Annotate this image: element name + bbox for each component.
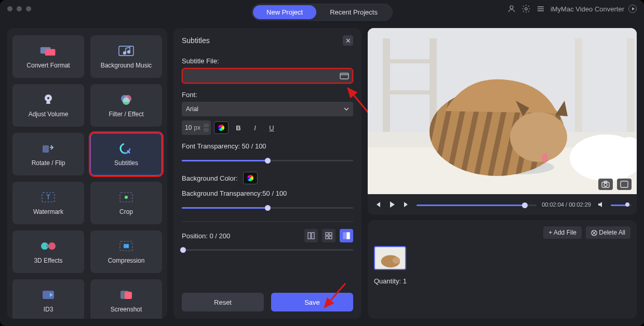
svg-rect-33: [343, 233, 346, 239]
tile-label: Adjust Volume: [29, 111, 69, 118]
tab-new-project[interactable]: New Project: [253, 5, 316, 19]
svg-rect-32: [329, 236, 332, 239]
tile-id3[interactable]: ID3: [12, 279, 84, 319]
tile-label: Screenshot: [111, 306, 142, 313]
compression-icon: [117, 239, 135, 253]
save-button[interactable]: Save: [271, 293, 353, 311]
rotate-icon: [39, 142, 57, 155]
bg-color-swatch[interactable]: [243, 172, 258, 184]
svg-rect-11: [43, 145, 49, 153]
reset-button[interactable]: Reset: [182, 293, 264, 311]
add-file-button[interactable]: + Add File: [543, 226, 582, 239]
svg-rect-44: [383, 90, 437, 94]
tile-crop[interactable]: Crop: [90, 182, 162, 224]
tile-screenshot[interactable]: Screenshot: [90, 279, 162, 319]
tile-label: Background Music: [101, 62, 152, 69]
font-select[interactable]: Arial: [182, 102, 353, 116]
font-transparency-label: Font Transparency: 50 / 100: [182, 142, 353, 150]
tile-label: Convert Format: [26, 62, 70, 69]
svg-rect-19: [46, 245, 50, 247]
id3-icon: [39, 288, 57, 302]
chevron-down-icon: [344, 107, 349, 111]
bg-transparency-slider[interactable]: [182, 203, 353, 212]
subtitles-icon: [117, 142, 135, 155]
menu-icon[interactable]: [536, 4, 545, 13]
window-traffic-lights: [7, 6, 31, 11]
progress-bar[interactable]: [417, 201, 536, 208]
svg-point-61: [393, 257, 400, 264]
delete-all-button[interactable]: ⨂ Delete All: [586, 226, 630, 239]
tile-label: Rotate / Flip: [32, 159, 65, 167]
position-center-button[interactable]: [322, 229, 336, 242]
play-button[interactable]: [387, 200, 397, 209]
italic-button[interactable]: I: [248, 121, 262, 134]
bg-transparency-label: Background Transparency:50 / 100: [182, 189, 353, 197]
panel-title: Subtitles: [182, 36, 210, 45]
timecode: 00:02:04 / 00:02:29: [542, 201, 591, 208]
svg-rect-28: [312, 233, 314, 239]
gear-icon[interactable]: [521, 4, 531, 13]
tile-label: Filter / Effect: [109, 111, 143, 118]
browse-file-icon[interactable]: [337, 69, 352, 83]
font-color-swatch[interactable]: [214, 121, 229, 134]
svg-rect-58: [621, 181, 628, 187]
volume-icon[interactable]: [596, 200, 606, 209]
prev-button[interactable]: [373, 200, 382, 209]
file-thumbnail[interactable]: [374, 246, 406, 270]
svg-point-7: [47, 97, 49, 99]
tile-adjust-volume[interactable]: Adjust Volume: [12, 84, 84, 127]
filter-icon: [117, 93, 135, 106]
position-slider[interactable]: [182, 246, 353, 254]
traffic-min[interactable]: [17, 6, 22, 11]
svg-rect-30: [329, 233, 332, 235]
tile-compression[interactable]: Compression: [90, 230, 162, 273]
tile-watermark[interactable]: T Watermark: [12, 182, 84, 224]
traffic-max[interactable]: [26, 6, 31, 11]
bold-button[interactable]: B: [232, 121, 245, 134]
position-left-button[interactable]: [304, 229, 318, 242]
tile-label: Compression: [108, 257, 145, 264]
tab-recent-projects[interactable]: Recent Projects: [316, 5, 391, 19]
user-icon[interactable]: [507, 4, 516, 13]
video-canvas[interactable]: [368, 28, 637, 194]
file-label: Subtitle File:: [182, 57, 353, 65]
svg-point-16: [125, 196, 128, 199]
traffic-close[interactable]: [7, 6, 12, 11]
svg-rect-34: [347, 233, 350, 239]
close-panel-button[interactable]: ✕: [343, 35, 353, 46]
tile-convert-format[interactable]: Convert Format: [12, 35, 84, 78]
tile-3d-effects[interactable]: 3D Effects: [12, 230, 84, 273]
quantity-label: Quantity: 1: [374, 277, 630, 285]
player-controls: 00:02:04 / 00:02:29: [368, 194, 637, 215]
subtitles-panel: Subtitles ✕ Subtitle File: Font: Arial 1…: [173, 28, 361, 319]
svg-rect-27: [308, 233, 311, 239]
3d-icon: [39, 239, 57, 253]
font-transparency-slider[interactable]: [182, 156, 353, 165]
subtitle-file-input-wrap: [182, 68, 353, 84]
font-size-input[interactable]: 10 px: [182, 120, 211, 135]
font-value: Arial: [186, 105, 198, 113]
volume-slider[interactable]: [611, 201, 632, 208]
svg-point-10: [123, 98, 130, 105]
svg-rect-41: [575, 38, 582, 132]
tile-background-music[interactable]: Background Music: [90, 35, 162, 78]
tile-rotate-flip[interactable]: Rotate / Flip: [12, 133, 84, 175]
svg-rect-31: [326, 236, 328, 239]
position-right-button[interactable]: [340, 229, 353, 242]
next-button[interactable]: [402, 200, 411, 209]
fullscreen-icon[interactable]: [617, 179, 632, 190]
svg-rect-43: [383, 59, 437, 63]
svg-point-56: [604, 183, 607, 186]
font-size-stepper[interactable]: [204, 124, 209, 132]
play-circle-icon: [628, 5, 637, 13]
snapshot-icon[interactable]: [598, 179, 613, 190]
svg-rect-29: [326, 233, 328, 235]
convert-format-icon: [39, 44, 57, 58]
tile-filter-effect[interactable]: Filter / Effect: [90, 84, 162, 127]
tile-label: 3D Effects: [34, 257, 62, 264]
app-name: iMyMac Video Converter: [551, 5, 637, 13]
tile-label: Subtitles: [114, 159, 138, 167]
tile-subtitles[interactable]: Subtitles: [90, 133, 162, 175]
underline-button[interactable]: U: [265, 121, 278, 134]
subtitle-file-input[interactable]: [183, 72, 337, 79]
